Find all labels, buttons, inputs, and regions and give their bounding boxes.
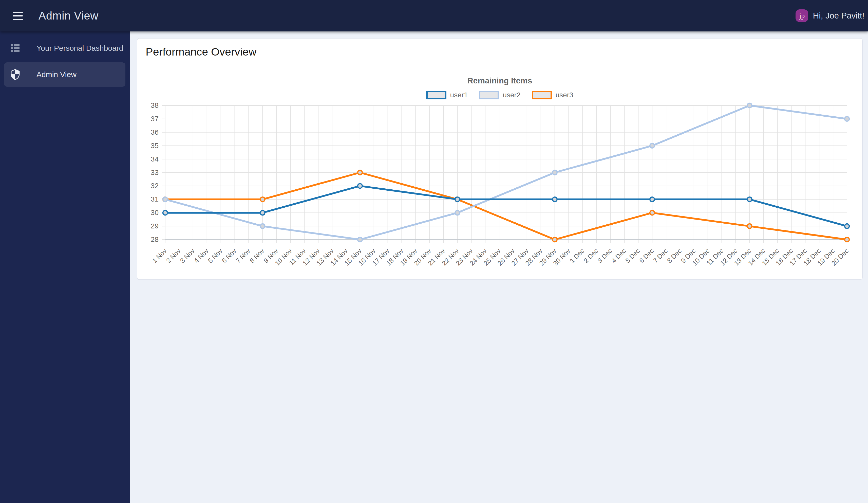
user-avatar[interactable]: jp xyxy=(796,9,808,22)
hamburger-bar xyxy=(13,15,23,17)
svg-text:35: 35 xyxy=(151,142,158,150)
legend-swatch xyxy=(479,91,499,99)
svg-text:31: 31 xyxy=(151,195,158,203)
legend-item-user2[interactable]: user2 xyxy=(479,91,520,99)
performance-overview-card: Performance Overview 1 Nov2 Nov3 Nov4 No… xyxy=(137,38,863,280)
svg-text:32: 32 xyxy=(151,182,158,190)
svg-text:28: 28 xyxy=(151,235,158,243)
chart-legend: user1user2user3 xyxy=(137,91,862,99)
app-title: Admin View xyxy=(39,9,99,22)
legend-item-user3[interactable]: user3 xyxy=(532,91,574,99)
legend-swatch xyxy=(532,91,552,99)
remaining-items-chart: 1 Nov2 Nov3 Nov4 Nov5 Nov6 Nov7 Nov8 Nov… xyxy=(137,71,862,280)
legend-item-user1[interactable]: user1 xyxy=(426,91,468,99)
svg-text:4 Dec: 4 Dec xyxy=(610,247,627,264)
hamburger-menu-icon[interactable] xyxy=(13,12,23,20)
svg-text:36: 36 xyxy=(151,128,158,136)
svg-text:3 Dec: 3 Dec xyxy=(596,247,613,264)
svg-text:1 Nov: 1 Nov xyxy=(151,247,168,264)
view-list-icon xyxy=(10,44,20,52)
svg-text:30: 30 xyxy=(151,209,158,217)
user-greeting: Hi, Joe Pavitt! xyxy=(813,11,865,21)
legend-label: user3 xyxy=(556,91,574,99)
svg-text:8 Dec: 8 Dec xyxy=(665,247,683,264)
svg-text:6 Dec: 6 Dec xyxy=(638,247,655,264)
svg-text:37: 37 xyxy=(151,115,158,123)
svg-text:38: 38 xyxy=(151,101,158,109)
chart-svg[interactable]: 1 Nov2 Nov3 Nov4 Nov5 Nov6 Nov7 Nov8 Nov… xyxy=(137,71,862,280)
user-area: jp Hi, Joe Pavitt! xyxy=(796,9,865,22)
svg-text:8 Nov: 8 Nov xyxy=(248,247,266,264)
legend-label: user1 xyxy=(450,91,468,99)
svg-text:7 Dec: 7 Dec xyxy=(652,247,669,264)
sidebar-item-admin-view[interactable]: Admin View xyxy=(4,62,125,87)
svg-text:5 Dec: 5 Dec xyxy=(624,247,641,264)
chart-title: Remaining Items xyxy=(137,76,862,85)
svg-text:1 Dec: 1 Dec xyxy=(568,247,586,264)
main-content: Performance Overview 1 Nov2 Nov3 Nov4 No… xyxy=(130,31,868,503)
topbar: Admin View jp Hi, Joe Pavitt! xyxy=(0,0,868,31)
sidebar-item-label: Your Personal Dashboard xyxy=(37,44,123,52)
legend-label: user2 xyxy=(503,91,520,99)
sidebar-item-label: Admin View xyxy=(37,70,76,79)
sidebar: Your Personal Dashboard Admin View xyxy=(0,31,130,503)
svg-text:7 Nov: 7 Nov xyxy=(234,247,252,264)
svg-text:2 Dec: 2 Dec xyxy=(582,247,599,264)
svg-text:3 Nov: 3 Nov xyxy=(179,247,196,264)
svg-text:33: 33 xyxy=(151,169,158,177)
svg-text:34: 34 xyxy=(151,155,158,163)
sidebar-item-personal-dashboard[interactable]: Your Personal Dashboard xyxy=(4,36,125,60)
svg-text:6 Nov: 6 Nov xyxy=(220,247,238,264)
svg-text:2 Nov: 2 Nov xyxy=(165,247,182,264)
hamburger-bar xyxy=(13,12,23,13)
shield-icon xyxy=(10,69,20,80)
card-title: Performance Overview xyxy=(146,46,256,58)
svg-text:29: 29 xyxy=(151,222,158,230)
hamburger-bar xyxy=(13,19,23,20)
legend-swatch xyxy=(426,91,446,99)
svg-text:5 Nov: 5 Nov xyxy=(206,247,224,264)
svg-text:4 Nov: 4 Nov xyxy=(193,247,210,264)
